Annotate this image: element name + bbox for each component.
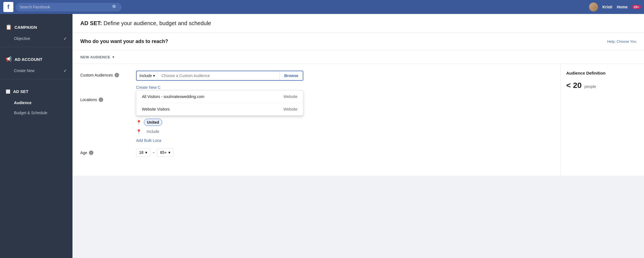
sidebar-audience-label: Audience (14, 101, 32, 105)
nav-username: Kristi (602, 5, 612, 9)
sidebar-adset-label: AD SET (13, 89, 28, 94)
adset-icon: ▦ (6, 88, 10, 94)
objective-check-icon: ✓ (64, 36, 67, 41)
audience-size-display: < 20 people (566, 81, 638, 90)
audience-size-value: < 20 (566, 81, 582, 90)
new-audience-bar[interactable]: NEW AUDIENCE ▾ (72, 50, 644, 64)
location-include-tag[interactable]: Include (144, 128, 162, 135)
sidebar-campaign-label: CAMPAIGN (14, 25, 37, 30)
audience-main-area: Custom Audiences i Include ▾ Browse (72, 64, 560, 176)
audience-section-title: Who do you want your ads to reach? (80, 39, 168, 44)
sidebar-budget-label: Budget & Schedule (14, 111, 47, 115)
age-info-icon[interactable]: i (89, 150, 93, 155)
location-include-label: Include (147, 129, 159, 134)
age-min-label: 18 (139, 150, 144, 155)
new-audience-chevron-icon: ▾ (112, 55, 114, 59)
location-united-row: 📍 United (136, 119, 303, 126)
create-new-link[interactable]: Create New C (136, 85, 303, 90)
include-label: Include (139, 73, 152, 78)
age-row: Age i 18 ▾ - 65+ ▾ (80, 148, 553, 157)
include-dropdown[interactable]: Include ▾ (137, 72, 158, 80)
help-link[interactable]: Help: Choose You (607, 39, 636, 44)
sidebar-adaccount-label: AD ACCOUNT (14, 57, 42, 62)
nav-home-link[interactable]: Home (617, 5, 628, 9)
add-bulk-link[interactable]: Add Bulk Loca (136, 138, 303, 143)
nav-right: Kristi Home 20+ (589, 3, 641, 11)
sidebar-divider-1 (0, 47, 72, 47)
campaign-icon: 📋 (6, 24, 12, 30)
search-icon: 🔍 (112, 4, 118, 10)
include-chevron-icon: ▾ (153, 73, 155, 78)
location-pin-icon: 📍 (136, 120, 142, 125)
custom-audiences-input: Include ▾ Browse (136, 71, 303, 81)
audience-size-unit: people (584, 84, 596, 89)
avatar (589, 3, 598, 11)
location-include-row: 📍 Include (136, 128, 303, 135)
search-input[interactable] (20, 5, 110, 9)
custom-audiences-dropdown: All Visitors - soulmateswedding.com Webs… (136, 90, 303, 116)
custom-audiences-label: Custom Audiences i (80, 71, 130, 77)
facebook-logo: f (3, 2, 13, 12)
sidebar-item-objective-label: Objective (14, 36, 30, 41)
dropdown-item-name-0: All Visitors - soulmateswedding.com (142, 94, 204, 99)
sidebar-divider-2 (0, 79, 72, 79)
audience-definition-title: Audience Definition (566, 71, 638, 75)
audience-header: Who do you want your ads to reach? Help:… (72, 33, 644, 50)
age-max-label: 65+ (160, 150, 167, 155)
sidebar-header-campaign: 📋 CAMPAIGN (0, 21, 72, 34)
locations-label: Locations i (80, 95, 130, 102)
top-navigation: f 🔍 Kristi Home 20+ (0, 0, 644, 14)
sidebar-section-adset: ▦ AD SET Audience Budget & Schedule (0, 80, 72, 120)
sidebar-item-objective[interactable]: Objective ✓ (0, 34, 72, 44)
dropdown-item-name-1: Website Visitors (142, 107, 170, 111)
notification-badge[interactable]: 20+ (632, 5, 641, 9)
sidebar-header-adaccount: 📢 AD ACCOUNT (0, 53, 72, 66)
age-input-area: 18 ▾ - 65+ ▾ (136, 148, 173, 157)
locations-info-icon[interactable]: i (99, 97, 103, 102)
main-layout: 📋 CAMPAIGN Objective ✓ 📢 AD ACCOUNT Crea… (0, 14, 644, 258)
age-label: Age i (80, 148, 130, 155)
location-tag-united[interactable]: United (144, 119, 162, 126)
age-min-chevron-icon: ▾ (145, 150, 147, 155)
audience-body: Custom Audiences i Include ▾ Browse (72, 64, 644, 176)
audience-section: Who do you want your ads to reach? Help:… (72, 33, 644, 176)
dropdown-item-type-1: Website (284, 107, 297, 111)
main-content: AD SET: Define your audience, budget and… (72, 14, 644, 258)
dropdown-item-all-visitors[interactable]: All Visitors - soulmateswedding.com Webs… (136, 90, 303, 103)
dropdown-item-type-0: Website (284, 94, 297, 99)
age-dash: - (153, 150, 154, 155)
adset-header: AD SET: Define your audience, budget and… (72, 14, 644, 33)
location-include-pin-icon: 📍 (136, 129, 142, 134)
browse-button[interactable]: Browse (279, 71, 303, 80)
age-max-select[interactable]: 65+ ▾ (157, 148, 173, 157)
custom-audiences-row: Custom Audiences i Include ▾ Browse (80, 71, 553, 90)
audience-definition-panel: Audience Definition < 20 people (560, 64, 644, 176)
adaccount-icon: 📢 (6, 56, 12, 62)
sidebar-section-campaign: 📋 CAMPAIGN Objective ✓ (0, 16, 72, 46)
sidebar-header-adset: ▦ AD SET (0, 85, 72, 98)
age-max-chevron-icon: ▾ (168, 150, 170, 155)
location-tag-label: United (147, 120, 159, 125)
dropdown-item-website-visitors[interactable]: Website Visitors Website (136, 103, 303, 115)
adset-title-prefix: AD SET: (80, 20, 102, 26)
audience-text-input[interactable] (158, 71, 279, 80)
sidebar: 📋 CAMPAIGN Objective ✓ 📢 AD ACCOUNT Crea… (0, 14, 72, 258)
sidebar-item-audience[interactable]: Audience (0, 98, 72, 108)
adset-title: AD SET: Define your audience, budget and… (80, 20, 211, 26)
sidebar-item-budget-schedule[interactable]: Budget & Schedule (0, 108, 72, 118)
custom-audiences-info-icon[interactable]: i (115, 73, 119, 77)
age-min-select[interactable]: 18 ▾ (136, 148, 150, 157)
create-new-check-icon: ✓ (64, 68, 67, 73)
sidebar-section-adaccount: 📢 AD ACCOUNT Create New ✓ (0, 48, 72, 78)
new-audience-label: NEW AUDIENCE (80, 55, 110, 59)
sidebar-item-create-new[interactable]: Create New ✓ (0, 66, 72, 76)
sidebar-create-new-label: Create New (14, 68, 35, 73)
search-bar[interactable]: 🔍 (16, 3, 122, 11)
